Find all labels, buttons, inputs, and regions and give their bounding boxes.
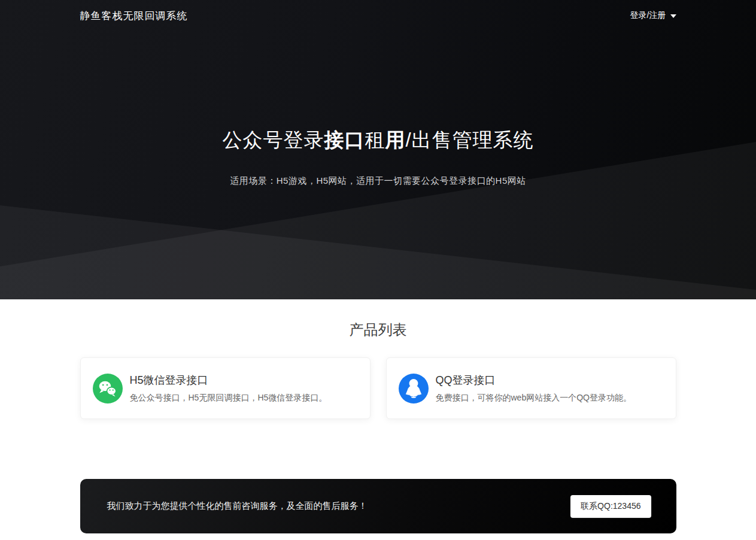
hero-title: 公众号登录接口租用/出售管理系统 [0, 127, 756, 154]
chevron-down-icon [670, 14, 676, 18]
qq-icon [399, 374, 429, 404]
login-register-dropdown[interactable]: 登录/注册 [630, 10, 676, 21]
products-heading: 产品列表 [0, 322, 756, 337]
hero-title-segment: 公众号登录 [222, 129, 324, 151]
product-card-list: H5微信登录接口 免公众号接口，H5无限回调接口，H5微信登录接口。 QQ登录接… [80, 357, 676, 419]
login-register-label: 登录/注册 [630, 10, 666, 21]
hero-content: 公众号登录接口租用/出售管理系统 适用场景：H5游戏，H5网站，适用于一切需要公… [0, 127, 756, 187]
product-title: H5微信登录接口 [130, 373, 327, 387]
hero-title-segment: 租 [365, 129, 385, 151]
hero-title-segment-bold: 接口 [324, 129, 365, 151]
hero-subtitle: 适用场景：H5游戏，H5网站，适用于一切需要公众号登录接口的H5网站 [0, 175, 756, 187]
top-navbar: 静鱼客栈无限回调系统 登录/注册 [0, 0, 756, 31]
contact-qq-button[interactable]: 联系QQ:123456 [570, 495, 651, 518]
hero-banner: 静鱼客栈无限回调系统 登录/注册 公众号登录接口租用/出售管理系统 适用场景：H… [0, 0, 756, 299]
brand-title[interactable]: 静鱼客栈无限回调系统 [80, 9, 188, 23]
product-card-body: QQ登录接口 免费接口，可将你的web网站接入一个QQ登录功能。 [436, 373, 631, 404]
page: 静鱼客栈无限回调系统 登录/注册 公众号登录接口租用/出售管理系统 适用场景：H… [0, 0, 756, 540]
products-section: 产品列表 H5微信登录接口 免公众号接口，H5无限回调接口，H5微信登录接口。 [0, 322, 756, 533]
wechat-icon [93, 374, 123, 404]
footer-banner: 我们致力于为您提供个性化的售前咨询服务，及全面的售后服务！ 联系QQ:12345… [80, 479, 676, 533]
product-card-qq[interactable]: QQ登录接口 免费接口，可将你的web网站接入一个QQ登录功能。 [386, 357, 676, 419]
product-description: 免公众号接口，H5无限回调接口，H5微信登录接口。 [130, 393, 327, 404]
product-description: 免费接口，可将你的web网站接入一个QQ登录功能。 [436, 393, 631, 404]
hero-title-segment: /出售管理系统 [405, 129, 533, 151]
footer-banner-message: 我们致力于为您提供个性化的售前咨询服务，及全面的售后服务！ [107, 500, 368, 512]
hero-title-segment-bold: 用 [385, 129, 405, 151]
product-title: QQ登录接口 [436, 373, 631, 387]
product-card-wechat[interactable]: H5微信登录接口 免公众号接口，H5无限回调接口，H5微信登录接口。 [80, 357, 371, 419]
product-card-body: H5微信登录接口 免公众号接口，H5无限回调接口，H5微信登录接口。 [130, 373, 327, 404]
